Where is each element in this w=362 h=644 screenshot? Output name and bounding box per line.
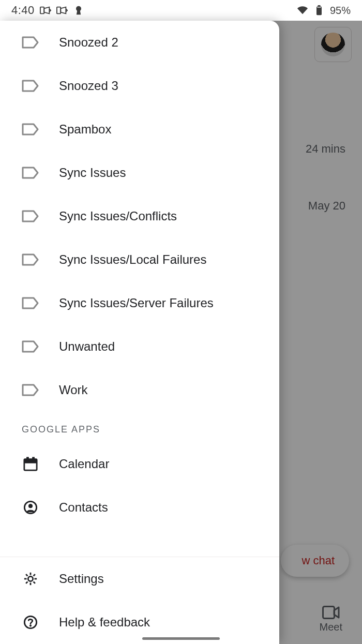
gear-icon: [22, 572, 39, 586]
calendar-icon: [22, 457, 39, 471]
sidebar-item-label: Contacts: [59, 500, 108, 515]
sidebar-item-label: Sync Issues/Local Failures: [59, 252, 206, 267]
svg-rect-3: [316, 7, 322, 16]
sidebar-item-label: Sync Issues/Server Failures: [59, 296, 214, 310]
sidebar-item-help[interactable]: Help & feedback: [0, 601, 279, 644]
sidebar-item-sync-conflicts[interactable]: Sync Issues/Conflicts: [0, 194, 279, 238]
sidebar-item-label: Snoozed 2: [59, 35, 118, 50]
sidebar-item-label: Settings: [59, 572, 104, 586]
help-icon: [22, 615, 39, 630]
sidebar-item-calendar[interactable]: Calendar: [0, 442, 279, 486]
status-bar: 4:40 95%: [0, 0, 362, 21]
label-icon: [22, 166, 39, 180]
sidebar-item-spambox[interactable]: Spambox: [0, 108, 279, 151]
svg-rect-1: [57, 7, 61, 14]
drawer-section-google-apps: Google Apps: [0, 412, 279, 442]
navigation-drawer: Snoozed 2 Snoozed 3 Spambox Sync Issues …: [0, 21, 279, 644]
svg-point-23: [29, 625, 31, 626]
svg-rect-5: [317, 7, 321, 8]
status-time: 4:40: [11, 4, 35, 17]
sidebar-item-label: Sync Issues/Conflicts: [59, 209, 177, 223]
svg-rect-10: [33, 457, 35, 461]
label-icon: [22, 79, 39, 93]
nav-handle[interactable]: [142, 637, 220, 640]
outlook-icon: [56, 5, 68, 16]
battery-percentage: 95%: [330, 5, 351, 17]
keyhole-icon: [73, 5, 84, 16]
label-icon: [22, 383, 39, 397]
sidebar-item-work[interactable]: Work: [0, 368, 279, 412]
sidebar-item-settings[interactable]: Settings: [0, 557, 279, 601]
label-icon: [22, 339, 39, 354]
sidebar-item-label: Work: [59, 383, 88, 397]
svg-line-18: [26, 574, 27, 576]
svg-line-20: [34, 574, 35, 576]
contacts-icon: [22, 500, 39, 515]
label-icon: [22, 122, 39, 137]
sidebar-item-label: Unwanted: [59, 339, 115, 354]
sidebar-item-sync-issues[interactable]: Sync Issues: [0, 151, 279, 194]
sidebar-item-label: Help & feedback: [59, 615, 150, 630]
svg-rect-4: [318, 5, 320, 7]
battery-icon: [313, 5, 325, 16]
svg-rect-9: [27, 457, 29, 461]
svg-line-19: [34, 582, 35, 583]
sidebar-item-snoozed-3[interactable]: Snoozed 3: [0, 64, 279, 108]
svg-point-13: [28, 576, 33, 581]
sidebar-item-label: Snoozed 3: [59, 79, 118, 93]
svg-rect-0: [40, 7, 44, 14]
sidebar-item-sync-local-failures[interactable]: Sync Issues/Local Failures: [0, 238, 279, 281]
sidebar-item-label: Spambox: [59, 122, 111, 137]
sidebar-item-label: Sync Issues: [59, 166, 126, 180]
sidebar-item-unwanted[interactable]: Unwanted: [0, 325, 279, 368]
outlook-icon: [40, 5, 51, 16]
label-icon: [22, 252, 39, 267]
svg-rect-8: [24, 459, 37, 463]
sidebar-item-label: Calendar: [59, 457, 109, 471]
sidebar-item-sync-server-failures[interactable]: Sync Issues/Server Failures: [0, 281, 279, 325]
label-icon: [22, 35, 39, 50]
svg-point-12: [28, 504, 32, 507]
label-icon: [22, 296, 39, 310]
sidebar-item-snoozed-2[interactable]: Snoozed 2: [0, 21, 279, 64]
sidebar-item-contacts[interactable]: Contacts: [0, 486, 279, 529]
svg-line-21: [26, 582, 27, 583]
label-icon: [22, 209, 39, 223]
wifi-icon: [297, 5, 308, 16]
